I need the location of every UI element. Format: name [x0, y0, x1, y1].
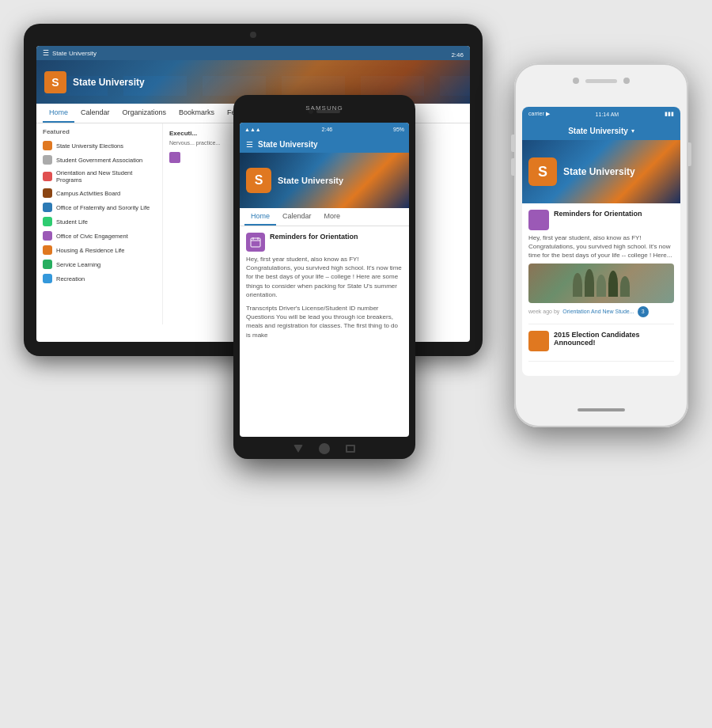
iphone-feed-body-1: Hey, first year student, also know as FY…: [528, 233, 674, 260]
android-back-btn[interactable]: [294, 445, 303, 453]
iphone-battery-icon: ▮▮▮: [665, 111, 674, 117]
feed-card-body-1: Hey, first year student, also know as FY…: [246, 255, 403, 299]
android-app-logo: S: [246, 168, 271, 193]
android-speaker: [316, 110, 340, 113]
svg-rect-0: [251, 238, 260, 247]
tablet-statusbar: ☰ State University 2:46: [36, 46, 470, 60]
android-feed: Reminders for Orientation Hey, first yea…: [240, 226, 409, 398]
sidebar-dot-housing: [43, 245, 52, 255]
android-appbar-title: State University: [258, 140, 318, 149]
iphone-hero: S State University: [522, 140, 680, 203]
iphone-feed-comment-count: 3: [638, 306, 649, 317]
statusbar-title: State University: [52, 50, 97, 57]
iphone-appbar-title: State University: [568, 127, 628, 135]
android-tabs: Home Calendar More: [240, 208, 409, 226]
sidebar-item-service[interactable]: Service Learning: [43, 257, 156, 271]
android-statusbar: ▲▲▲ 2:46 95%: [240, 123, 409, 135]
iphone-feed-title-2: 2015 Election Candidates Announced!: [554, 331, 674, 347]
android-recents-btn[interactable]: [346, 445, 355, 453]
android-signal-icon: ▲▲▲: [244, 127, 261, 132]
student-1: [573, 273, 582, 297]
iphone-feed-card-header-1: Reminders for Orientation: [528, 210, 674, 230]
featured-badge: [169, 152, 180, 163]
sidebar-dot-elections: [43, 141, 52, 150]
tablet-sidebar: Featured State University Elections Stud…: [36, 123, 163, 324]
student-5: [620, 276, 630, 297]
sidebar-dot-studentlife: [43, 217, 52, 226]
sidebar-item-fraternity[interactable]: Office of Fraternity and Sorority Life: [43, 200, 156, 214]
iphone-screen: carrier ▶ 11:14 AM ▮▮▮ State University …: [522, 107, 680, 376]
iphone-feed-icon-2: [528, 331, 549, 351]
sidebar-item-civic[interactable]: Office of Civic Engagement: [43, 229, 156, 243]
hamburger-icon: ☰: [43, 49, 49, 57]
iphone-feed-card-2: 2015 Election Candidates Announced!: [528, 331, 674, 362]
nav-bookmarks[interactable]: Bookmarks: [172, 104, 221, 123]
sidebar-item-elections[interactable]: State University Elections: [43, 138, 156, 153]
android-hero-title: State University: [278, 176, 343, 185]
feed-card-title-1: Reminders for Orientation: [270, 233, 358, 242]
iphone-device: carrier ▶ 11:14 AM ▮▮▮ State University …: [514, 63, 688, 427]
iphone-statusbar: carrier ▶ 11:14 AM ▮▮▮: [522, 107, 680, 121]
sidebar-item-sga[interactable]: Student Government Association: [43, 153, 156, 167]
student-2: [585, 269, 594, 297]
nav-calendar[interactable]: Calendar: [74, 104, 116, 123]
sidebar-item-campus[interactable]: Campus Activities Board: [43, 186, 156, 200]
sidebar-dot-recreation: [43, 274, 52, 283]
iphone-app-logo: S: [528, 157, 557, 186]
android-time: 2:46: [322, 127, 333, 132]
sidebar-label-orientation: Orientation and New Student Programs: [56, 169, 156, 184]
sidebar-label-sga: Student Government Association: [56, 157, 142, 164]
android-tab-calendar[interactable]: Calendar: [276, 208, 318, 226]
tablet-camera: [250, 32, 256, 38]
iphone-camera-area: [573, 78, 630, 84]
sidebar-item-orientation[interactable]: Orientation and New Student Programs: [43, 167, 156, 186]
iphone-camera-dot: [573, 78, 579, 84]
android-menu-icon: ☰: [246, 140, 253, 149]
sidebar-item-studentlife[interactable]: Student Life: [43, 214, 156, 229]
android-battery: 95%: [393, 127, 404, 132]
statusbar-left: ☰ State University: [43, 49, 97, 57]
feed-card-body-2: Transcripts Driver's License/Student ID …: [246, 304, 403, 339]
android-appbar: ☰ State University: [240, 135, 409, 153]
iphone-feed-title-1: Reminders for Orientation: [554, 210, 642, 218]
iphone-appbar: State University ▾: [522, 121, 680, 140]
calendar-icon: [250, 237, 261, 248]
sidebar-item-housing[interactable]: Housing & Residence Life: [43, 243, 156, 257]
iphone-feed-org-link[interactable]: Orientation And New Stude...: [562, 309, 634, 314]
sidebar-label-recreation: Recreation: [56, 275, 85, 282]
iphone-dropdown-icon: ▾: [631, 127, 634, 135]
android-tab-more[interactable]: More: [318, 208, 347, 226]
nav-home[interactable]: Home: [43, 104, 74, 123]
student-3: [596, 275, 606, 297]
iphone-feed: Reminders for Orientation Hey, first yea…: [522, 203, 680, 376]
android-screen: ▲▲▲ 2:46 95% ☰ State University S State …: [240, 123, 409, 437]
iphone-speaker: [585, 79, 617, 83]
feed-card-header-1: Reminders for Orientation: [246, 233, 403, 252]
student-silhouette: [573, 269, 630, 297]
app-logo: S: [44, 71, 66, 93]
iphone-feed-time: week ago by: [528, 309, 559, 314]
hero-title: State University: [73, 77, 145, 88]
android-tab-home[interactable]: Home: [244, 208, 276, 226]
sidebar-label-fraternity: Office of Fraternity and Sorority Life: [56, 204, 150, 211]
iphone-home-indicator[interactable]: [578, 408, 625, 411]
iphone-side-btn: [688, 142, 691, 166]
sidebar-label-service: Service Learning: [56, 261, 100, 268]
android-feed-card-1: Reminders for Orientation Hey, first yea…: [246, 233, 403, 339]
iphone-feed-card-1: Reminders for Orientation Hey, first yea…: [528, 210, 674, 324]
android-bottom-nav: [294, 443, 355, 454]
sidebar-label-elections: State University Elections: [56, 142, 123, 150]
iphone-feed-icon-1: [528, 210, 549, 230]
student-4: [608, 271, 618, 297]
android-camera: [309, 109, 313, 114]
sidebar-label-civic: Office of Civic Engagement: [56, 233, 128, 240]
sidebar-dot-fraternity: [43, 203, 52, 212]
android-home-btn[interactable]: [319, 443, 330, 454]
sidebar-item-recreation[interactable]: Recreation: [43, 271, 156, 286]
time-display: 2:46: [451, 51, 464, 59]
nav-organizations[interactable]: Organizations: [116, 104, 173, 123]
iphone-vol-down-btn: [511, 158, 514, 176]
sidebar-label-housing: Housing & Residence Life: [56, 247, 124, 254]
iphone-feed-card-header-2: 2015 Election Candidates Announced!: [528, 331, 674, 351]
sidebar-label-studentlife: Student Life: [56, 218, 88, 226]
